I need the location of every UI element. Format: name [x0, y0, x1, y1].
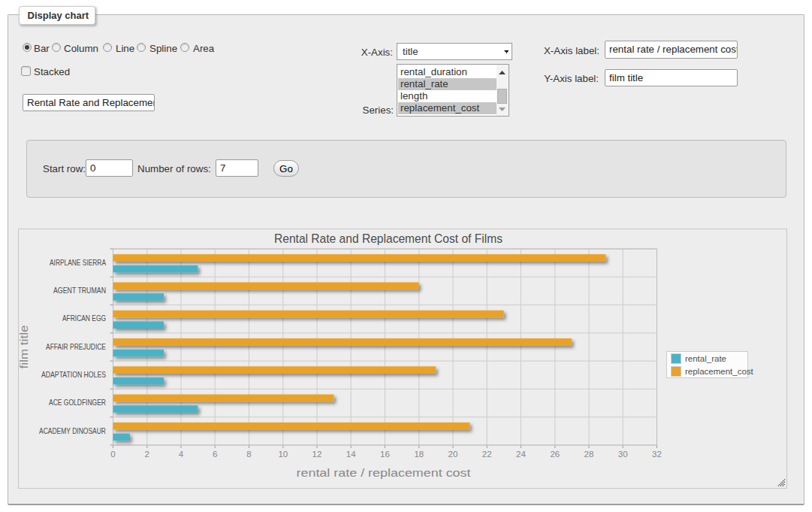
svg-text:ACE GOLDFINGER: ACE GOLDFINGER — [49, 398, 106, 407]
svg-text:16: 16 — [380, 450, 390, 459]
svg-text:AGENT TRUMAN: AGENT TRUMAN — [53, 286, 106, 295]
svg-text:replacement_cost: replacement_cost — [685, 367, 754, 376]
svg-text:rental rate / replacement cost: rental rate / replacement cost — [297, 466, 472, 479]
svg-text:20: 20 — [448, 450, 458, 459]
svg-text:14: 14 — [346, 450, 356, 459]
svg-text:28: 28 — [584, 450, 594, 459]
svg-text:24: 24 — [516, 450, 526, 459]
svg-text:6: 6 — [213, 450, 217, 459]
svg-text:AFFAIR PREJUDICE: AFFAIR PREJUDICE — [46, 342, 106, 351]
svg-text:12: 12 — [312, 450, 322, 459]
svg-text:film title: film title — [18, 326, 30, 369]
svg-text:30: 30 — [618, 450, 628, 459]
svg-text:8: 8 — [246, 450, 251, 459]
svg-text:AIRPLANE SIERRA: AIRPLANE SIERRA — [50, 258, 106, 267]
svg-text:rental_rate: rental_rate — [685, 354, 726, 363]
svg-text:ADAPTATION HOLES: ADAPTATION HOLES — [41, 370, 106, 379]
svg-text:AFRICAN EGG: AFRICAN EGG — [62, 314, 106, 323]
svg-text:26: 26 — [550, 450, 560, 459]
svg-text:22: 22 — [482, 450, 492, 459]
svg-text:18: 18 — [414, 450, 424, 459]
svg-text:Rental Rate and Replacement Co: Rental Rate and Replacement Cost of Film… — [274, 232, 503, 245]
svg-text:4: 4 — [179, 450, 184, 459]
svg-text:0: 0 — [110, 450, 115, 459]
svg-text:32: 32 — [652, 450, 662, 459]
svg-text:ACADEMY DINOSAUR: ACADEMY DINOSAUR — [39, 426, 106, 435]
svg-text:2: 2 — [145, 450, 149, 459]
svg-text:10: 10 — [278, 450, 288, 459]
